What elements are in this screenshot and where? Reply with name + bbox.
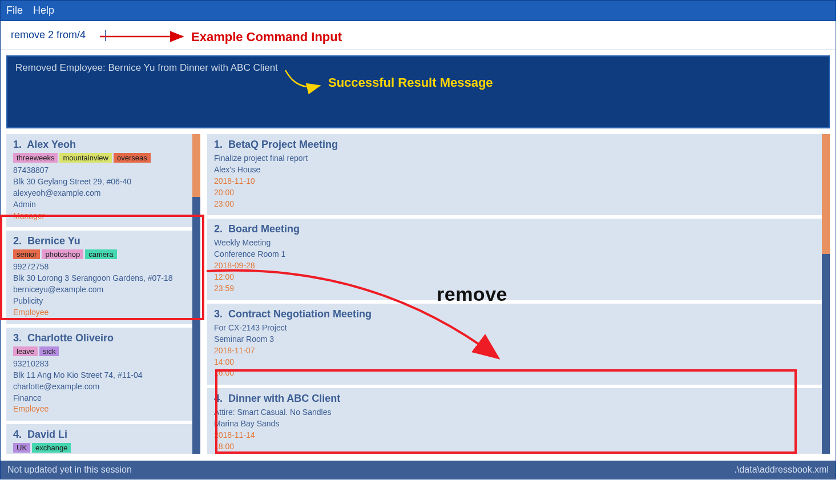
scrollbar-track[interactable] xyxy=(192,134,200,454)
meeting-title: 2. Board Meeting xyxy=(214,223,815,235)
menu-help[interactable]: Help xyxy=(33,5,54,17)
content-area: 1. Alex Yeohthreeweeksmountainviewoverse… xyxy=(1,134,836,454)
meeting-start: 12:00 xyxy=(214,272,815,283)
tag-row: leavesick xyxy=(13,346,185,356)
result-panel: Removed Employee: Bernice Yu from Dinner… xyxy=(6,55,830,128)
meeting-location: Seminar Room 3 xyxy=(214,334,815,345)
employee-dept: Publicity xyxy=(13,296,185,307)
employee-role: Manager xyxy=(13,211,185,221)
employee-address: Blk 30 Lorong 3 Serangoon Gardens, #07-1… xyxy=(13,273,185,284)
employee-phone: 99272758 xyxy=(13,261,185,272)
tag: senior xyxy=(13,249,40,259)
employee-email: alexyeoh@example.com xyxy=(13,188,185,199)
meeting-card[interactable]: 4. Dinner with ABC ClientAttire: Smart C… xyxy=(207,388,822,454)
employee-title: 4. David Li xyxy=(13,429,185,441)
meeting-end: 16:00 xyxy=(214,368,815,378)
tag: threeweeks xyxy=(13,153,58,163)
employee-title: 2. Bernice Yu xyxy=(13,235,185,247)
employee-address: Blk 30 Geylang Street 29, #06-40 xyxy=(13,176,185,187)
employee-address: Blk 11 Ang Mo Kio Street 74, #11-04 xyxy=(13,370,185,381)
employee-dept: Admin xyxy=(13,199,185,210)
meeting-card[interactable]: 1. BetaQ Project MeetingFinalize project… xyxy=(207,134,822,215)
meeting-start: 20:00 xyxy=(214,187,815,198)
meeting-card[interactable]: 3. Contract Negotiation MeetingFor CX-21… xyxy=(207,304,822,385)
tag: sick xyxy=(39,346,59,356)
employee-title: 1. Alex Yeoh xyxy=(13,139,185,151)
employee-role: Employee xyxy=(13,404,185,414)
meeting-desc: Weekly Meeting xyxy=(214,237,815,248)
meeting-title: 3. Contract Negotiation Meeting xyxy=(214,308,815,320)
meeting-start: 18:00 xyxy=(214,441,815,452)
meeting-date: 2018-11-10 xyxy=(214,176,815,187)
tag: mountainview xyxy=(59,153,112,163)
tag: overseas xyxy=(114,153,151,163)
tag: UK xyxy=(13,443,30,453)
app-window: File Help Removed Employee: Bernice Yu f… xyxy=(0,0,836,479)
tag: camera xyxy=(85,249,116,259)
scrollbar-thumb[interactable] xyxy=(192,134,200,197)
meeting-desc: Attire: Smart Casual. No Sandles xyxy=(214,407,815,418)
status-bar: Not updated yet in this session .\data\a… xyxy=(1,461,836,479)
meeting-desc: Finalize project final report xyxy=(214,153,815,164)
meeting-date: 2018-09-28 xyxy=(214,260,815,271)
status-left: Not updated yet in this session xyxy=(7,465,132,475)
meeting-list: 1. BetaQ Project MeetingFinalize project… xyxy=(207,134,830,454)
meeting-location: Conference Room 1 xyxy=(214,249,815,260)
employee-email: berniceyu@example.com xyxy=(13,284,185,295)
command-input[interactable] xyxy=(11,29,105,41)
meeting-start: 14:00 xyxy=(214,357,815,368)
status-right: .\data\addressbook.xml xyxy=(735,465,829,475)
employee-phone: 93210283 xyxy=(13,358,185,369)
employee-phone: 87438807 xyxy=(13,165,185,176)
command-bar xyxy=(1,21,836,50)
tag: photoshop xyxy=(42,249,83,259)
meeting-desc: For CX-2143 Project xyxy=(214,322,815,333)
meeting-end: 23:00 xyxy=(214,199,815,209)
tag-row: seniorphotoshopcamera xyxy=(13,249,185,259)
tag-row: threeweeksmountainviewoverseas xyxy=(13,153,185,163)
employee-card[interactable]: 2. Bernice Yuseniorphotoshopcamera992727… xyxy=(6,231,192,324)
meeting-title: 1. BetaQ Project Meeting xyxy=(214,139,815,151)
employee-list: 1. Alex Yeohthreeweeksmountainviewoverse… xyxy=(6,134,200,454)
text-cursor xyxy=(105,30,106,41)
meeting-end: 23:59 xyxy=(214,283,815,294)
menu-file[interactable]: File xyxy=(6,5,23,17)
scrollbar-track[interactable] xyxy=(822,134,830,454)
meeting-location: Marina Bay Sands xyxy=(214,418,815,429)
meeting-location: Alex's House xyxy=(214,164,815,175)
tag: exchange xyxy=(32,443,71,453)
tag-row: UKexchange xyxy=(13,443,185,453)
scrollbar-thumb[interactable] xyxy=(822,134,830,254)
meeting-date: 2018-11-07 xyxy=(214,345,815,356)
result-message: Removed Employee: Bernice Yu from Dinner… xyxy=(15,62,278,73)
meeting-end: 20:00 xyxy=(214,453,815,454)
employee-card[interactable]: 3. Charlotte Oliveiroleavesick93210283Bl… xyxy=(6,328,192,421)
tag: leave xyxy=(13,346,38,356)
meeting-date: 2018-11-14 xyxy=(214,430,815,441)
employee-dept: Finance xyxy=(13,393,185,404)
employee-card[interactable]: 1. Alex Yeohthreeweeksmountainviewoverse… xyxy=(6,134,192,227)
employee-role: Employee xyxy=(13,307,185,318)
meeting-card[interactable]: 2. Board MeetingWeekly MeetingConference… xyxy=(207,219,822,300)
menu-bar: File Help xyxy=(1,1,836,21)
employee-title: 3. Charlotte Oliveiro xyxy=(13,332,185,344)
meeting-title: 4. Dinner with ABC Client xyxy=(214,393,815,405)
employee-card[interactable]: 4. David LiUKexchange91031282Blk 436 Ser… xyxy=(6,424,192,454)
employee-email: charlotte@example.com xyxy=(13,381,185,392)
